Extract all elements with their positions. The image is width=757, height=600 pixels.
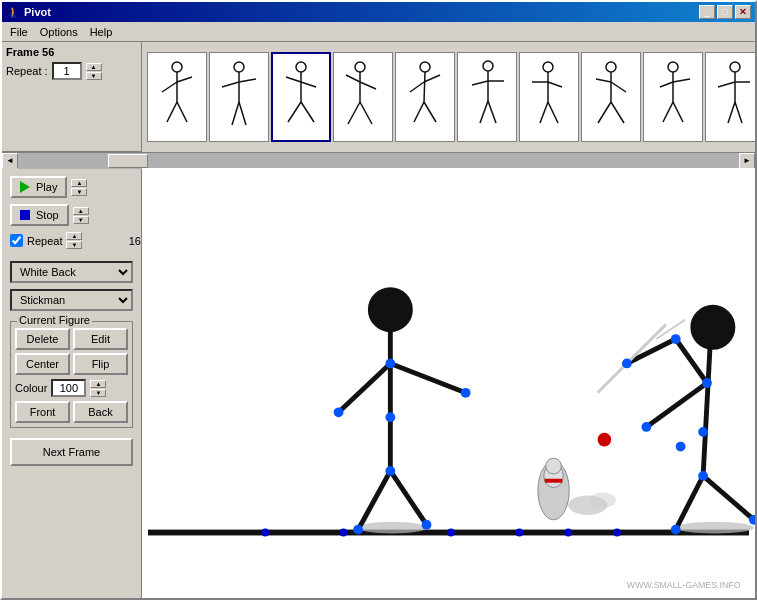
svg-point-99: [698, 427, 708, 437]
menu-help[interactable]: Help: [84, 24, 119, 40]
background-select-wrapper[interactable]: White Back: [10, 261, 133, 283]
play-button[interactable]: Play: [10, 176, 67, 198]
edit-button[interactable]: Edit: [73, 328, 128, 350]
repeat-spinner: ▲ ▼: [86, 63, 102, 80]
scroll-right-button[interactable]: ►: [739, 153, 755, 169]
svg-line-16: [288, 102, 301, 122]
scroll-track[interactable]: [18, 153, 739, 169]
svg-line-25: [424, 72, 425, 102]
film-frame-1[interactable]: [147, 52, 207, 142]
repeat-spin-down[interactable]: ▼: [66, 241, 82, 249]
svg-line-59: [735, 102, 742, 123]
svg-line-3: [177, 77, 192, 82]
svg-point-77: [385, 412, 395, 422]
film-frame-3[interactable]: [271, 52, 331, 142]
figure-buttons: Delete Edit Center Flip: [15, 328, 128, 375]
spin-down[interactable]: ▼: [86, 72, 102, 80]
repeat-label: Repeat :: [6, 65, 48, 77]
figure-select-wrapper[interactable]: Stickman: [10, 289, 133, 311]
svg-point-30: [483, 61, 493, 71]
svg-line-52: [663, 102, 673, 122]
svg-point-88: [676, 522, 754, 534]
film-frame-5[interactable]: [395, 52, 455, 142]
svg-point-82: [422, 520, 432, 530]
svg-point-66: [613, 529, 621, 537]
colour-spinner: ▲ ▼: [90, 380, 106, 397]
film-frame-4[interactable]: [333, 52, 393, 142]
repeat-checkbox-row: Repeat: [10, 234, 62, 247]
svg-point-0: [172, 62, 182, 72]
colour-spin-up[interactable]: ▲: [90, 380, 106, 388]
svg-line-45: [611, 82, 626, 92]
svg-line-46: [598, 102, 611, 123]
svg-line-28: [414, 102, 424, 122]
svg-line-21: [360, 82, 376, 89]
frame-label: Frame 56: [6, 46, 137, 58]
film-frame-10[interactable]: [705, 52, 755, 142]
playback-spinner: ▲ ▼: [71, 179, 87, 196]
frame-info-panel: Frame 56 Repeat : 1 ▲ ▼: [2, 42, 142, 152]
colour-input[interactable]: [51, 379, 86, 397]
repeat-spin-up[interactable]: ▲: [66, 232, 82, 240]
app-icon: 🚶: [6, 5, 20, 19]
canvas-area[interactable]: WWW.SMALL-GAMES.INFO: [142, 168, 755, 598]
repeat-input[interactable]: 1: [52, 62, 82, 80]
minimize-button[interactable]: _: [699, 5, 715, 19]
stop-spin-down[interactable]: ▼: [73, 216, 89, 224]
figure-group-label: Current Figure: [17, 314, 92, 326]
maximize-button[interactable]: □: [717, 5, 733, 19]
svg-line-14: [286, 77, 301, 82]
spin-up[interactable]: ▲: [86, 63, 102, 71]
film-frame-7[interactable]: [519, 52, 579, 142]
svg-line-29: [424, 102, 436, 122]
film-frame-8[interactable]: [581, 52, 641, 142]
next-frame-button[interactable]: Next Frame: [10, 438, 133, 466]
stop-controls: Stop ▲ ▼: [10, 204, 133, 226]
svg-line-2: [162, 82, 177, 92]
repeat-checkbox[interactable]: [10, 234, 23, 247]
svg-line-22: [348, 102, 360, 124]
colour-spin-down[interactable]: ▼: [90, 389, 106, 397]
svg-point-54: [730, 62, 740, 72]
svg-line-39: [548, 82, 562, 87]
figure-select[interactable]: Stickman: [10, 289, 133, 311]
svg-line-56: [718, 82, 735, 87]
background-select[interactable]: White Back: [10, 261, 133, 283]
scroll-left-button[interactable]: ◄: [2, 153, 18, 169]
flip-button[interactable]: Flip: [73, 353, 128, 375]
svg-point-12: [296, 62, 306, 72]
play-spin-down[interactable]: ▼: [71, 188, 87, 196]
filmstrip[interactable]: [142, 42, 755, 152]
svg-point-65: [564, 529, 572, 537]
svg-line-41: [548, 102, 558, 123]
stop-button[interactable]: Stop: [10, 204, 69, 226]
svg-point-61: [261, 529, 269, 537]
svg-point-36: [543, 62, 553, 72]
film-frame-9[interactable]: [643, 52, 703, 142]
film-frame-6[interactable]: [457, 52, 517, 142]
svg-line-96: [676, 476, 703, 530]
main-area: Frame 56 Repeat : 1 ▲ ▼: [2, 42, 755, 598]
back-button[interactable]: Back: [73, 401, 128, 423]
close-button[interactable]: ✕: [735, 5, 751, 19]
svg-point-71: [369, 288, 412, 331]
svg-point-101: [642, 422, 652, 432]
figure-group: Current Figure Delete Edit Center Flip C…: [10, 321, 133, 428]
svg-line-10: [232, 102, 239, 125]
stop-spin-up[interactable]: ▲: [73, 207, 89, 215]
front-button[interactable]: Front: [15, 401, 70, 423]
svg-line-11: [239, 102, 246, 125]
svg-point-85: [546, 458, 562, 474]
svg-point-103: [622, 359, 632, 369]
play-spin-up[interactable]: ▲: [71, 179, 87, 187]
play-icon: [20, 181, 30, 193]
svg-point-79: [334, 407, 344, 417]
delete-button[interactable]: Delete: [15, 328, 70, 350]
film-frame-2[interactable]: [209, 52, 269, 142]
svg-line-9: [239, 79, 256, 82]
menu-options[interactable]: Options: [34, 24, 84, 40]
scroll-thumb[interactable]: [108, 154, 148, 168]
svg-point-18: [355, 62, 365, 72]
menu-file[interactable]: File: [4, 24, 34, 40]
center-button[interactable]: Center: [15, 353, 70, 375]
